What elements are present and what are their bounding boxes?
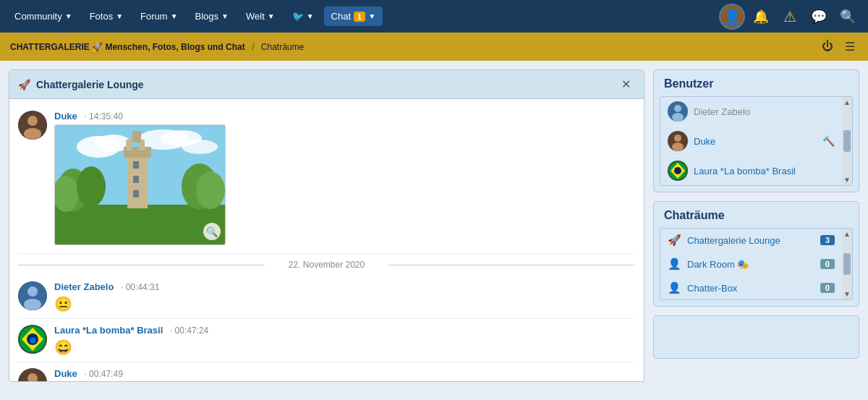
right-sidebar: Benutzer Dieter Zabelo <box>653 69 859 359</box>
notifications-button[interactable]: 🔔 <box>748 4 774 30</box>
user-name-dieter: Dieter Zabelo <box>694 106 750 117</box>
scroll-down-arrow[interactable]: ▼ <box>843 176 851 184</box>
svg-point-41 <box>674 135 681 142</box>
user-item-laura[interactable]: Laura *La bomba* Brasil <box>660 156 842 185</box>
rooms-scrollbar[interactable]: ▲ ▼ <box>842 229 852 299</box>
message-image-container[interactable]: 🔍 <box>54 124 226 245</box>
date-divider-text: 22. November 2020 <box>289 260 365 270</box>
msg-author-dieter: Dieter Zabelo <box>54 281 114 292</box>
message-header-1: Duke · 14:35:40 <box>54 111 635 122</box>
svg-rect-9 <box>55 205 225 244</box>
room-item-chatterbox[interactable]: 👤 Chatter-Box 0 <box>660 276 842 299</box>
svg-rect-21 <box>133 176 139 183</box>
rooms-scroll-down[interactable]: ▼ <box>843 290 851 298</box>
msg-time-duke2: · 00:47:49 <box>84 369 122 379</box>
nav-community[interactable]: Community ▼ <box>7 7 80 26</box>
nav-fotos[interactable]: Fotos ▼ <box>82 7 130 26</box>
svg-point-2 <box>24 128 41 140</box>
users-panel-header: Benutzer <box>654 70 859 96</box>
message-duke-image: Duke · 14:35:40 <box>18 105 635 254</box>
room-badge-chatterbox: 0 <box>820 283 835 293</box>
nav-welt-label: Welt <box>246 11 265 22</box>
breadcrumb-path: CHATTERGALERIE 🚀 Menschen, Fotos, Blogs … <box>10 42 304 52</box>
message-body-1: 🔍 <box>54 124 635 247</box>
scroll-up-arrow[interactable]: ▲ <box>843 98 851 106</box>
emoji-laura: 😄 <box>54 339 72 355</box>
message-header-dieter: Dieter Zabelo · 00:44:31 <box>54 281 635 292</box>
date-divider: 22. November 2020 <box>18 254 635 276</box>
bell-icon: 🔔 <box>753 9 769 25</box>
bottom-panel <box>653 315 859 359</box>
top-navigation: Community ▼ Fotos ▼ Forum ▼ Blogs ▼ Welt… <box>0 0 868 33</box>
nav-chat[interactable]: Chat 1 ▼ <box>324 7 383 26</box>
avatar-icon: 👤 <box>723 8 741 25</box>
nav-blogs-chevron: ▼ <box>221 12 229 20</box>
power-icon[interactable]: ⏻ <box>819 38 836 55</box>
nav-welt[interactable]: Welt ▼ <box>239 7 282 26</box>
user-avatar-dieter <box>668 101 688 122</box>
user-item-dieter[interactable]: Dieter Zabelo <box>660 97 842 127</box>
user-name-duke: Duke <box>694 136 715 147</box>
users-panel: Benutzer Dieter Zabelo <box>653 69 859 192</box>
msg-time-dieter: · 00:44:31 <box>121 282 159 292</box>
rooms-list-container: 🚀 Chattergalerie Lounge 3 👤 Dark Room 🎭 … <box>660 228 853 300</box>
emoji-dieter: 😐 <box>54 296 72 312</box>
close-chat-button[interactable]: ✕ <box>617 76 635 93</box>
nav-fotos-chevron: ▼ <box>116 12 123 20</box>
chat-title-text: Chattergalerie Lounge <box>36 79 144 90</box>
nav-chat-label: Chat <box>331 11 351 22</box>
duke-avatar-2 <box>18 368 47 381</box>
users-scrollbar[interactable]: ▲ ▼ <box>842 97 852 185</box>
nav-fotos-label: Fotos <box>90 11 114 22</box>
message-header-duke2: Duke · 00:47:49 <box>54 368 635 379</box>
chat-container: 🚀 Chattergalerie Lounge ✕ Duke <box>9 69 644 382</box>
svg-rect-22 <box>133 190 139 197</box>
breadcrumb: CHATTERGALERIE 🚀 Menschen, Fotos, Blogs … <box>0 33 868 61</box>
message-body-dieter: 😐 <box>54 295 635 312</box>
nav-chat-chevron: ▼ <box>368 12 375 20</box>
user-name-laura: Laura *La bomba* Brasil <box>694 166 796 176</box>
nav-bird[interactable]: 🐦 ▼ <box>285 7 321 26</box>
zoom-icon[interactable]: 🔍 <box>203 223 221 240</box>
user-avatar[interactable]: 👤 <box>719 4 745 30</box>
svg-point-24 <box>27 286 38 297</box>
msg-time-1: · 14:35:40 <box>84 111 122 122</box>
room-item-dark[interactable]: 👤 Dark Room 🎭 0 <box>660 252 842 276</box>
nav-community-chevron: ▼ <box>65 12 72 20</box>
nav-forum-label: Forum <box>140 11 168 22</box>
mod-icon: 🔨 <box>822 135 835 147</box>
chat-messages[interactable]: Duke · 14:35:40 <box>9 99 644 381</box>
room-badge-lounge: 3 <box>820 235 835 245</box>
user-item-duke[interactable]: Duke 🔨 <box>660 127 842 156</box>
message-laura: 🌐 Laura *La bomba* Brasil · 00:47:24 😄 <box>18 319 635 362</box>
search-icon: 🔍 <box>840 9 856 25</box>
users-list: Dieter Zabelo Duke 🔨 <box>660 97 842 185</box>
nav-welt-chevron: ▼ <box>268 12 275 20</box>
msg-author-laura: Laura *La bomba* Brasil <box>54 325 163 336</box>
nav-blogs[interactable]: Blogs ▼ <box>188 7 236 26</box>
nav-community-label: Community <box>14 11 62 22</box>
search-button[interactable]: 🔍 <box>835 4 861 30</box>
rooms-panel: Chaträume 🚀 Chattergalerie Lounge 3 👤 Da… <box>653 201 859 307</box>
chat-icon-button[interactable]: 💬 <box>806 4 832 30</box>
rooms-scroll-thumb <box>843 253 851 275</box>
room-item-lounge[interactable]: 🚀 Chattergalerie Lounge 3 <box>660 229 842 252</box>
svg-point-42 <box>672 142 684 151</box>
rooms-scroll-up[interactable]: ▲ <box>843 230 851 238</box>
msg-author-duke2: Duke <box>54 368 77 379</box>
scroll-thumb <box>843 130 851 152</box>
msg-author-1: Duke <box>54 111 77 122</box>
menu-icon[interactable]: ☰ <box>842 38 858 55</box>
nav-forum[interactable]: Forum ▼ <box>133 7 184 26</box>
message-content-laura: Laura *La bomba* Brasil · 00:47:24 😄 <box>54 325 635 356</box>
msg-time-laura: · 00:47:24 <box>170 325 208 336</box>
message-content-1: Duke · 14:35:40 <box>54 111 635 247</box>
chat-bubble-icon: 💬 <box>811 9 827 25</box>
breadcrumb-site: CHATTERGALERIE 🚀 Menschen, Fotos, Blogs … <box>10 42 245 52</box>
svg-point-38 <box>674 105 681 112</box>
user-avatar-laura <box>668 161 688 181</box>
breadcrumb-section[interactable]: Chaträume <box>261 42 304 52</box>
warning-button[interactable]: ⚠ <box>777 4 803 30</box>
svg-point-46 <box>674 167 681 174</box>
message-body-laura: 😄 <box>54 339 635 356</box>
